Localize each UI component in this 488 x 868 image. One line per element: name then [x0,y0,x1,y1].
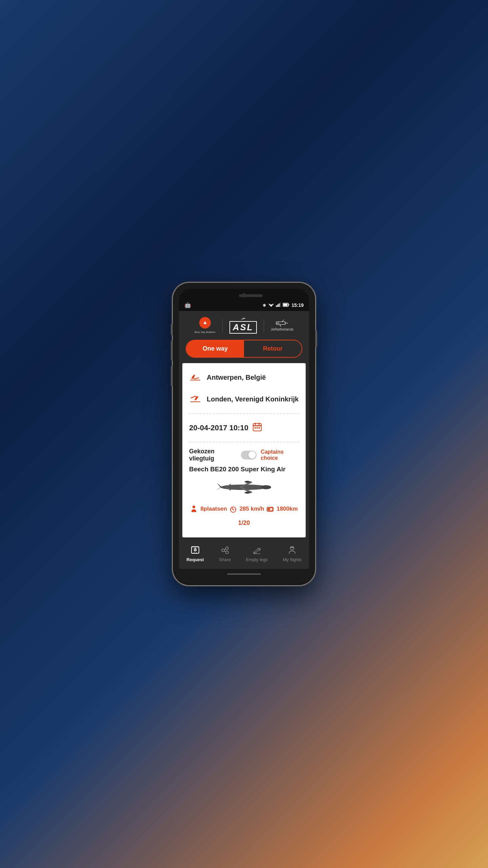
time-display: 15:19 [291,302,304,308]
date-section[interactable]: 20-04-2017 10:10 [182,414,306,442]
svg-rect-18 [255,427,256,429]
status-left: 🤖 [184,302,191,308]
aircraft-name: Beech BE20 200 Super King Air [189,466,299,473]
svg-rect-9 [283,303,288,306]
svg-point-48 [290,547,294,548]
nav-request[interactable]: ? Request [186,546,204,562]
svg-rect-20 [259,427,260,429]
logo-divider-2 [264,319,264,332]
range-icon [266,505,274,513]
range-spec: 1800km [266,505,298,513]
empty-legs-label: Empty legs [246,557,268,562]
app-content: Blue Sky Aviation ASL [179,311,309,569]
svg-point-22 [261,485,271,489]
route-type-toggle[interactable]: One way Retour [186,340,302,358]
request-icon: ? [190,546,200,555]
battery-icon [283,302,289,308]
svg-rect-17 [259,423,260,425]
svg-text:?: ? [194,547,196,551]
notification-icon: 🤖 [184,302,191,308]
svg-point-31 [232,509,234,510]
blue-sky-label: Blue Sky Aviation [195,331,216,334]
departure-row[interactable]: Antwerpen, België [189,367,299,388]
home-indicator [179,569,309,579]
svg-rect-29 [195,511,196,512]
home-bar [227,573,261,575]
pagination: 1/20 [189,516,299,532]
aircraft-specs: 8plaatsen 285 km/h [189,502,299,516]
aircraft-silhouette [214,478,274,496]
status-bar: 🤖 ∗ [179,289,309,311]
power-button[interactable] [315,330,317,347]
blue-sky-icon [199,317,211,329]
aircraft-label: Gekozen vliegtuig [189,448,237,462]
arrival-row[interactable]: Londen, Verenigd Koninkrijk [189,388,299,410]
departure-city: Antwerpen, België [207,374,266,381]
volume-down-button[interactable] [171,340,173,361]
speed-icon [229,505,237,513]
svg-rect-8 [288,304,289,305]
seats-icon [190,505,198,513]
svg-rect-19 [257,427,258,429]
logo-header: Blue Sky Aviation ASL [179,311,309,340]
range-value: 1800km [277,506,298,512]
speed-spec: 285 km/h [229,505,264,513]
silent-button[interactable] [171,366,173,386]
jet-netherlands-label: JetNetherlands [271,328,293,331]
main-card: Antwerpen, België Londen, Verenigd Konin… [182,363,306,537]
jet-netherlands-logo: JetNetherlands [271,320,293,331]
svg-line-42 [224,549,226,550]
blue-sky-logo: Blue Sky Aviation [195,317,216,334]
signal-icon [276,302,281,308]
svg-point-40 [226,547,228,550]
svg-rect-13 [276,323,279,323]
nav-my-flights[interactable]: My flights [283,546,302,562]
date-value: 20-04-2017 10:10 [189,423,248,432]
speed-value: 285 km/h [240,506,264,512]
svg-rect-5 [279,303,280,307]
aircraft-section: Gekozen vliegtuig Captains choice Beech … [182,442,306,537]
volume-up-button[interactable] [171,323,173,335]
svg-rect-16 [255,423,256,425]
one-way-button[interactable]: One way [186,340,244,357]
wifi-icon [268,302,274,308]
calendar-icon[interactable] [252,422,262,434]
seats-value: 8plaatsen [200,506,227,512]
svg-rect-28 [192,511,193,512]
nav-share[interactable]: Share [219,546,231,562]
svg-rect-4 [277,304,278,307]
nav-empty-legs[interactable]: Empty legs [246,546,268,562]
bluetooth-icon: ∗ [262,302,266,308]
logo-divider-1 [222,319,223,332]
svg-rect-11 [244,318,245,318]
retour-button[interactable]: Retour [244,340,302,357]
share-icon [220,546,230,555]
svg-rect-15 [253,425,261,426]
captains-choice-label: Captains choice [261,449,299,461]
landing-icon [189,393,201,405]
route-section: Antwerpen, België Londen, Verenigd Konin… [182,363,306,413]
my-flights-label: My flights [283,557,302,562]
share-label: Share [219,557,231,562]
phone-screen: 🤖 ∗ [179,289,309,579]
phone-device: 🤖 ∗ [173,283,315,585]
aircraft-header: Gekozen vliegtuig Captains choice [189,448,299,462]
svg-rect-3 [276,305,277,307]
svg-rect-34 [270,508,272,511]
takeoff-icon [189,371,201,383]
earpiece-speaker [239,294,263,297]
arrival-city: Londen, Verenigd Koninkrijk [207,395,299,403]
svg-point-27 [192,506,195,508]
svg-rect-33 [268,508,269,511]
request-label: Request [186,557,204,562]
svg-line-43 [224,551,226,552]
svg-rect-6 [280,303,281,307]
captains-choice-toggle[interactable] [241,451,257,459]
empty-legs-icon [252,546,262,555]
status-right: ∗ [262,302,304,308]
asl-label: ASL [229,321,257,334]
my-flights-icon [287,546,297,555]
bottom-navigation: ? Request Share [179,540,309,569]
asl-logo: ASL [229,317,257,334]
aircraft-image [189,478,299,496]
